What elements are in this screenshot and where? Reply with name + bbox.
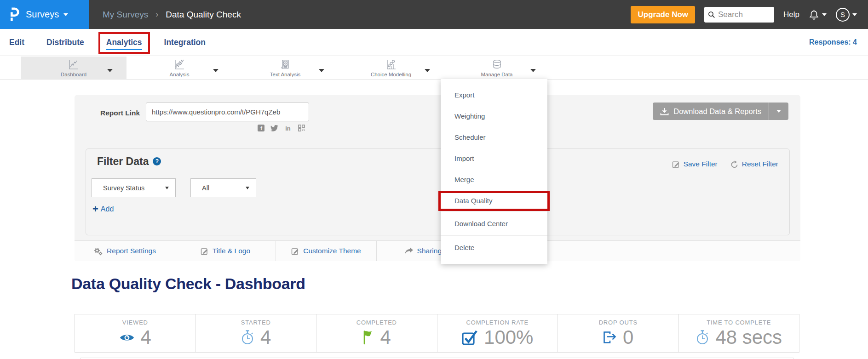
tab-edit[interactable]: Edit — [9, 38, 24, 47]
checkbox-icon — [461, 330, 478, 345]
stat-value: 4 — [260, 327, 271, 348]
linkedin-icon[interactable]: in — [284, 125, 292, 131]
plus-icon: + — [92, 205, 98, 213]
stat-value: 48 secs — [715, 327, 782, 348]
share-arrow-icon — [405, 247, 413, 255]
chevron-down-icon — [165, 187, 169, 189]
save-filter-button[interactable]: Save Filter — [672, 160, 718, 168]
filter-data-section: Filter Data? Survey Status All + Add Sav… — [86, 148, 790, 235]
chevron-down-icon — [852, 13, 857, 16]
breadcrumb-current-survey: Data Quality Check — [166, 10, 241, 20]
notifications-menu[interactable] — [809, 9, 827, 21]
menu-item-import[interactable]: Import — [441, 148, 547, 169]
toolbar-item-text-analysis[interactable]: Text Analysis — [232, 57, 338, 79]
share-icons-row: f in — [258, 125, 305, 131]
header-actions: Upgrade Now Help S — [631, 6, 868, 23]
survey-tab-bar: Edit Distribute Analytics Integration Re… — [0, 29, 868, 56]
chevron-down-icon[interactable] — [319, 66, 324, 74]
facebook-icon[interactable]: f — [258, 125, 264, 131]
stat-completion-rate: COMPLETION RATE 100% — [437, 314, 558, 352]
database-icon — [491, 59, 503, 71]
title-logo-label: Title & Logo — [213, 247, 250, 255]
help-badge-icon[interactable]: ? — [153, 157, 161, 165]
stat-value: 0 — [623, 327, 633, 348]
tab-distribute[interactable]: Distribute — [46, 38, 84, 47]
chevron-down-icon[interactable] — [213, 66, 218, 74]
flag-icon — [362, 330, 374, 345]
stat-value: 4 — [141, 327, 151, 348]
stat-viewed: VIEWED 4 — [75, 314, 196, 352]
download-icon — [660, 108, 669, 115]
edit-pencil-icon — [201, 247, 208, 255]
title-logo-button[interactable]: Title & Logo — [175, 241, 276, 261]
report-settings-label: Report Settings — [107, 247, 156, 255]
menu-item-merge[interactable]: Merge — [441, 169, 547, 190]
add-filter-button[interactable]: + Add — [92, 205, 114, 213]
active-tab-underline — [106, 49, 142, 50]
menu-item-delete[interactable]: Delete — [441, 235, 547, 259]
filter-value-value: All — [202, 184, 209, 192]
search-box[interactable] — [704, 7, 774, 23]
chevron-down-icon — [246, 187, 249, 189]
search-input[interactable] — [718, 10, 769, 19]
toolbar-item-label: Dashboard — [61, 72, 86, 77]
customize-theme-button[interactable]: Customize Theme — [276, 241, 377, 261]
upgrade-now-button[interactable]: Upgrade Now — [631, 6, 695, 23]
filter-field-value: Survey Status — [103, 184, 144, 192]
account-menu[interactable]: S — [836, 8, 857, 22]
menu-item-weighting[interactable]: Weighting — [441, 106, 547, 127]
download-button-main: Download Data & Reports — [653, 107, 769, 116]
stat-label: STARTED — [241, 319, 271, 326]
toolbar-item-label: Choice Modelling — [371, 72, 411, 77]
chevron-down-icon[interactable] — [530, 66, 536, 74]
customize-theme-label: Customize Theme — [303, 247, 361, 255]
stat-started: STARTED 4 — [196, 314, 317, 352]
stat-label: DROP OUTS — [599, 319, 638, 326]
menu-item-scheduler[interactable]: Scheduler — [441, 127, 547, 148]
toolbar-item-analysis[interactable]: Analysis — [126, 57, 232, 79]
line-chart-icon — [68, 59, 80, 71]
surveys-product-menu[interactable]: Surveys — [0, 0, 89, 29]
chevron-down-icon — [63, 13, 68, 16]
toolbar-item-dashboard[interactable]: Dashboard — [21, 57, 126, 79]
stat-label: VIEWED — [122, 319, 148, 326]
toolbar-item-label: Text Analysis — [270, 72, 300, 77]
report-link-input[interactable] — [146, 103, 309, 121]
analytics-toolbar: Dashboard Analysis Text Analysis — [0, 57, 868, 80]
toolbar-item-choice-modelling[interactable]: Choice Modelling — [338, 57, 444, 79]
avatar: S — [836, 8, 850, 22]
stat-time-to-complete: TIME TO COMPLETE 48 secs — [679, 314, 799, 352]
chevron-down-icon[interactable] — [107, 66, 113, 74]
filter-actions: Save Filter Reset Filter — [672, 160, 778, 168]
questionpro-logo-icon — [7, 6, 20, 23]
menu-item-export[interactable]: Export — [441, 85, 547, 106]
filter-field-dropdown[interactable]: Survey Status — [92, 178, 176, 197]
add-filter-label: Add — [101, 205, 114, 213]
search-icon — [708, 11, 715, 18]
tab-analytics[interactable]: Analytics — [106, 38, 142, 47]
responses-count: Responses: 4 — [809, 38, 868, 46]
toolbar-item-manage-data[interactable]: Manage Data — [444, 57, 550, 79]
reset-filter-button[interactable]: Reset Filter — [730, 160, 778, 168]
stat-label: COMPLETED — [356, 319, 397, 326]
menu-item-data-quality[interactable]: Data Quality — [441, 190, 547, 211]
qr-code-icon[interactable] — [298, 125, 305, 131]
filter-value-dropdown[interactable]: All — [190, 178, 256, 197]
stat-value: 100% — [484, 327, 533, 348]
page-title: Data Quality Check - Dashboard — [71, 275, 305, 293]
reset-filter-label: Reset Filter — [742, 160, 778, 168]
breadcrumb-my-surveys[interactable]: My Surveys — [103, 10, 148, 20]
save-filter-label: Save Filter — [684, 160, 718, 168]
report-settings-button[interactable]: Report Settings — [75, 241, 175, 261]
chevron-down-icon[interactable] — [425, 66, 430, 74]
twitter-icon[interactable] — [270, 125, 278, 131]
download-data-reports-button[interactable]: Download Data & Reports — [653, 103, 788, 120]
download-options-caret[interactable] — [769, 110, 788, 113]
exit-icon — [603, 331, 617, 344]
svg-text:f: f — [260, 125, 262, 131]
help-link[interactable]: Help — [783, 10, 799, 19]
menu-item-download-center[interactable]: Download Center — [441, 211, 547, 235]
toolbar-item-label: Manage Data — [481, 72, 512, 77]
reset-undo-icon — [730, 160, 738, 168]
tab-integration[interactable]: Integration — [164, 38, 206, 47]
